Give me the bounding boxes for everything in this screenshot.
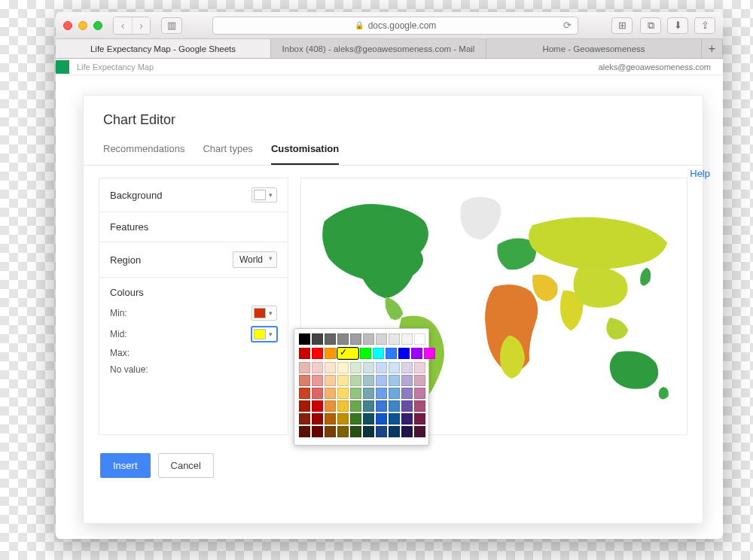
- browser-tab[interactable]: Home - Geoawesomeness: [486, 39, 702, 58]
- color-swatch[interactable]: [376, 375, 387, 386]
- color-swatch[interactable]: [312, 388, 323, 399]
- close-window-icon[interactable]: [63, 21, 72, 30]
- color-swatch[interactable]: [389, 413, 400, 425]
- color-swatch[interactable]: [401, 375, 413, 386]
- color-swatch[interactable]: [325, 333, 336, 345]
- color-swatch[interactable]: [414, 413, 425, 425]
- color-swatch[interactable]: [376, 400, 387, 412]
- color-swatch[interactable]: [325, 413, 336, 425]
- color-swatch[interactable]: [325, 426, 336, 437]
- color-swatch[interactable]: [299, 388, 310, 399]
- color-swatch[interactable]: [401, 388, 413, 399]
- color-swatch[interactable]: [299, 333, 310, 345]
- color-swatch[interactable]: [350, 426, 361, 437]
- color-swatch[interactable]: [414, 375, 425, 386]
- color-swatch[interactable]: [401, 333, 413, 345]
- tab-customisation[interactable]: Customisation: [271, 135, 339, 165]
- color-swatch[interactable]: [414, 362, 425, 373]
- account-email[interactable]: aleks@geoawesomeness.com: [599, 62, 711, 72]
- color-swatch[interactable]: [337, 400, 349, 412]
- color-swatch[interactable]: [350, 375, 361, 386]
- sidebar-toggle-icon[interactable]: ▥: [161, 17, 182, 34]
- color-swatch[interactable]: [325, 400, 336, 412]
- color-swatch[interactable]: [299, 400, 310, 412]
- download-icon[interactable]: ⬇: [667, 17, 688, 34]
- browser-tab[interactable]: Life Expectancy Map - Google Sheets: [56, 39, 271, 58]
- new-tab-button[interactable]: +: [702, 39, 723, 58]
- color-swatch[interactable]: [414, 388, 425, 399]
- color-swatch[interactable]: [350, 413, 361, 425]
- color-swatch[interactable]: [337, 413, 349, 425]
- fullscreen-window-icon[interactable]: [93, 21, 102, 30]
- color-swatch[interactable]: [363, 413, 374, 425]
- color-swatch[interactable]: [312, 362, 323, 373]
- color-swatch[interactable]: [350, 400, 361, 412]
- color-swatch[interactable]: [376, 362, 387, 373]
- color-swatch[interactable]: [376, 388, 387, 399]
- color-swatch[interactable]: [337, 426, 349, 437]
- color-swatch[interactable]: [424, 348, 435, 359]
- min-color-button[interactable]: ▾: [252, 306, 277, 321]
- color-swatch[interactable]: [401, 362, 413, 373]
- color-swatch[interactable]: [350, 333, 361, 345]
- color-swatch[interactable]: [337, 375, 349, 386]
- browser-tab[interactable]: Inbox (408) - aleks@geoawesomeness.com -…: [271, 39, 486, 58]
- color-swatch[interactable]: [350, 388, 361, 399]
- color-swatch[interactable]: [373, 348, 384, 359]
- color-swatch[interactable]: [360, 348, 371, 359]
- color-swatch[interactable]: [389, 333, 400, 345]
- color-swatch[interactable]: [389, 362, 400, 373]
- color-swatch[interactable]: [312, 333, 323, 345]
- color-swatch[interactable]: [312, 348, 323, 359]
- reader-icon[interactable]: ⧉: [640, 17, 661, 34]
- color-swatch[interactable]: [389, 375, 400, 386]
- color-swatch[interactable]: [299, 426, 310, 437]
- color-swatch[interactable]: [312, 413, 323, 425]
- color-swatch[interactable]: [312, 400, 323, 412]
- color-swatch[interactable]: [376, 426, 387, 437]
- color-swatch[interactable]: [299, 362, 310, 373]
- forward-button[interactable]: ›: [132, 17, 150, 34]
- color-swatch[interactable]: [376, 333, 387, 345]
- color-swatch[interactable]: [325, 362, 336, 373]
- color-swatch[interactable]: [386, 348, 397, 359]
- color-swatch[interactable]: [299, 375, 310, 386]
- color-swatch[interactable]: [389, 426, 400, 437]
- color-swatch[interactable]: [363, 333, 374, 345]
- color-swatch[interactable]: [414, 333, 425, 345]
- reload-icon[interactable]: ⟳: [563, 20, 572, 31]
- tab-recommendations[interactable]: Recommendations: [103, 135, 184, 165]
- color-swatch[interactable]: [363, 426, 374, 437]
- color-swatch[interactable]: [299, 348, 310, 359]
- address-bar[interactable]: 🔒 docs.google.com ⟳: [212, 17, 578, 35]
- color-swatch[interactable]: [401, 426, 413, 437]
- color-swatch[interactable]: [389, 400, 400, 412]
- color-swatch[interactable]: [401, 400, 413, 412]
- color-swatch[interactable]: [312, 426, 323, 437]
- color-swatch[interactable]: [337, 348, 358, 359]
- cancel-button[interactable]: Cancel: [158, 453, 214, 478]
- background-color-button[interactable]: ▾: [252, 187, 277, 202]
- row-features[interactable]: Features: [99, 212, 288, 242]
- color-swatch[interactable]: [337, 362, 349, 373]
- color-swatch[interactable]: [325, 348, 336, 359]
- color-swatch[interactable]: [414, 400, 425, 412]
- mid-color-button[interactable]: ▾: [252, 327, 277, 342]
- color-swatch[interactable]: [299, 413, 310, 425]
- minimize-window-icon[interactable]: [78, 21, 87, 30]
- color-swatch[interactable]: [363, 388, 374, 399]
- tab-chart-types[interactable]: Chart types: [203, 135, 252, 165]
- color-swatch[interactable]: [363, 375, 374, 386]
- color-swatch[interactable]: [337, 388, 349, 399]
- tabs-overview-icon[interactable]: ⊞: [611, 17, 633, 34]
- help-link[interactable]: Help: [690, 168, 710, 179]
- share-icon[interactable]: ⇪: [694, 17, 715, 34]
- color-swatch[interactable]: [376, 413, 387, 425]
- color-swatch[interactable]: [363, 362, 374, 373]
- color-swatch[interactable]: [389, 388, 400, 399]
- color-swatch[interactable]: [401, 413, 413, 425]
- back-button[interactable]: ‹: [114, 17, 132, 34]
- color-swatch[interactable]: [325, 388, 336, 399]
- color-swatch[interactable]: [363, 400, 374, 412]
- color-swatch[interactable]: [350, 362, 361, 373]
